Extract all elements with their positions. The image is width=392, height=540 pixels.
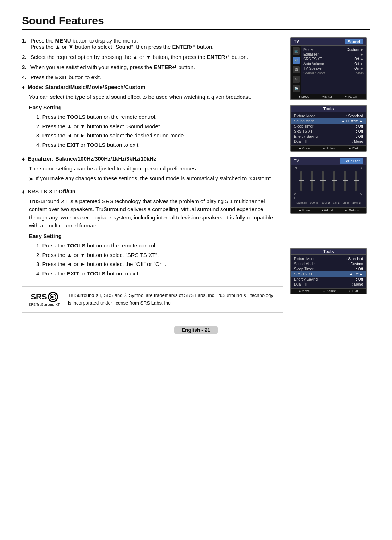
tv-icon-2: 🔊 [293,57,300,64]
table-row: Energy Saving: Off [294,277,363,282]
table-row: Picture Mode: Standard [294,256,363,261]
mode-body: You can select the type of special sound… [29,93,283,101]
eq-freq-1k: 1kHz [333,201,339,205]
tools-sound-footer: ♦ Move ↔ Adjust ↩ Exit [291,145,366,151]
step-1: 1. Press the MENU button to display the … [22,37,283,50]
equalizer-note: If you make any changes to these setting… [36,175,273,182]
sound-tab: Sound [345,39,363,44]
eq-tv-label: TV [294,158,299,164]
table-row: Dual I-II: Mono [294,282,363,287]
eq-bar-100 [311,171,313,191]
eq-bar-3k [344,171,346,191]
diamond-icon-3: ♦ [22,189,25,195]
table-row: Sound Mode◄ Custom ► [291,118,366,124]
table-row: Equalizer► [303,52,364,57]
eq-bar-1k [333,171,335,191]
easy-setting-label-2: Easy Setting [29,232,283,241]
tv-sound-footer: ♦ Move ↵Enter ↩ Return [291,94,366,99]
table-row: Sleep Timer: Off [294,124,363,129]
eq-freq-balance: Balance [296,201,307,205]
srs-section-text: ♦ SRS TS XT: Off/On TruSurround XT is a … [22,188,283,278]
equalizer-footer: ►Move ♦ Adjust ↩ Return [291,207,366,213]
tools-srs-screenshot: Tools Picture Mode: Standard Sound Mode:… [290,248,367,294]
table-row: TV SpeakerOn ► [303,66,364,71]
eq-freq-100: 100Hz [310,201,318,205]
srs-circle-icon [48,292,58,302]
tools-header-2: Tools [291,249,366,255]
tv-icon-5: 📡 [293,85,300,92]
svg-point-1 [51,296,53,298]
tv-label: TV [294,39,299,44]
diamond-icon: ♦ [22,84,25,91]
list-item: 3.Press the ◄ or ► button to select the … [36,260,283,269]
screenshots-column: TV Sound 📺 🔊 🖼 ⚙ 📡 ModeCustom ► Equalize… [290,37,370,313]
table-row: Picture Mode: Standard [294,113,363,118]
srs-disclaimer: TruSurround XT, SRS and ⦾ Symbol are tra… [68,292,277,307]
page-number: English - 21 [174,326,219,334]
step-2: 2. Select the required option by pressin… [22,54,283,60]
list-item: 4.Press the EXIT or TOOLS button to exit… [36,141,283,149]
tools-header-1: Tools [291,106,366,112]
note-arrow-icon: ➤ [29,176,33,182]
steps-list: 1. Press the MENU button to display the … [22,37,283,80]
list-item: 2.Press the ▲ or ▼ button to select "Sou… [36,122,283,131]
easy-setting-steps-2: 1.Press the TOOLS button on the remote c… [36,242,283,278]
srs-body: TruSurround XT is a patented SRS technol… [29,197,283,230]
srs-logo-subtitle: SRS TruSurround XT [29,303,60,306]
diamond-icon-2: ♦ [22,156,25,162]
srs-title: SRS TS XT: Off/On [28,188,75,194]
eq-bar-300 [322,171,324,191]
tv-icon-3: 🖼 [293,66,300,73]
table-row: ModeCustom ► [303,47,364,52]
eq-freq-300: 300Hz [322,201,330,205]
eq-tab: Equalizer [340,158,363,164]
tools-srs-footer: ♦ Move ↔ Adjust ↩ Exit [291,288,366,294]
list-item: 3.Press the ◄ or ► button to select the … [36,132,283,140]
equalizer-screenshot: TV Equalizer R + [290,157,367,214]
table-row: SRS TS XT◄ Off ► [291,271,366,277]
equalizer-title: Equalizer: Balance/100Hz/300Hz/1kHz/3kHz… [28,156,156,162]
eq-freq-10k: 10kHz [352,201,361,205]
table-row: SRS TS XTOff ► [303,57,364,61]
equalizer-body: The sound settings can be adjusted to su… [29,165,283,173]
mode-section: ♦ Mode: Standard/Music/Movie/Speech/Cust… [22,84,283,149]
srs-logo-section: SRS SRS TruSurround XT TruSurround XT, S… [22,286,283,313]
list-item: 1.Press the TOOLS button on the remote c… [36,113,283,121]
srs-text: SRS [30,292,47,302]
step-3: 3. When you are satisfied with your sett… [22,64,283,70]
list-item: 2.Press the ▲ or ▼ button to select "SRS… [36,251,283,259]
equalizer-section: ♦ Equalizer: Balance/100Hz/300Hz/1kHz/3k… [22,156,283,182]
tv-sound-screenshot: TV Sound 📺 🔊 🖼 ⚙ 📡 ModeCustom ► Equalize… [290,37,367,100]
srs-logo: SRS SRS TruSurround XT [28,292,61,306]
table-row: Dual I-II: Mono [294,139,363,144]
table-row: Sleep Timer: Off [294,266,363,271]
eq-freq-3k: 3kHz [343,201,349,205]
easy-setting-steps-1: 1.Press the TOOLS button on the remote c… [36,113,283,149]
list-item: 4.Press the EXIT or TOOLS button to exit… [36,270,283,278]
tv-icon-4: ⚙ [293,76,300,83]
eq-bar-10k [355,171,357,191]
table-row: Sound SelectMain [303,71,364,76]
mode-title: Mode: Standard/Music/Movie/Speech/Custom [28,84,145,90]
page-title: Sound Features [22,15,370,30]
page-footer: English - 21 [22,323,370,337]
table-row: Auto VolumeOff ► [303,61,364,66]
list-item: 1.Press the TOOLS button on the remote c… [36,242,283,250]
step-4: 4. Press the EXIT button to exit. [22,74,283,80]
tools-sound-mode-screenshot: Tools Picture Mode: Standard Sound Mode◄… [290,105,367,152]
eq-bar-balance [300,171,302,191]
table-row: SRS TS XT: Off [294,129,363,134]
easy-setting-label-1: Easy Setting [29,104,283,112]
tv-icon-1: 📺 [293,47,300,55]
table-row: Sound Mode: Custom [294,261,363,266]
table-row: Energy Saving: Off [294,134,363,139]
